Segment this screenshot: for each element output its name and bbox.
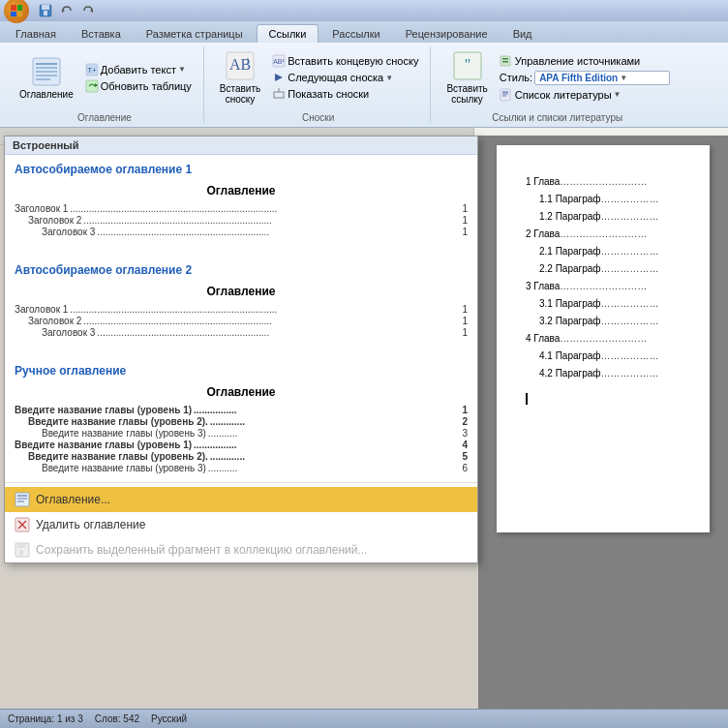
toc-settings-icon [15, 492, 30, 507]
word-count: Слов: 542 [95, 713, 139, 724]
svg-rect-31 [502, 61, 508, 63]
svg-rect-44 [17, 543, 25, 548]
tab-review[interactable]: Рецензирование [394, 25, 500, 43]
title-bar [0, 0, 728, 21]
document-page[interactable]: 1 Глава ……………………… 1.1 Параграф……………… 1.2… [497, 145, 710, 532]
svg-text:1: 1 [246, 56, 251, 66]
toc2-entry-1: Заголовок 1 ............................… [15, 304, 468, 315]
show-footnotes-label: Показать сноски [288, 88, 369, 100]
next-footnote-label: Следующая сноска [288, 72, 383, 83]
svg-rect-45 [19, 550, 23, 555]
toc1-entry-3: Заголовок 3 ............................… [42, 227, 468, 237]
manual-entry-2: Введите название главы (уровень 2). ....… [28, 416, 468, 427]
tab-mailings[interactable]: Рассылки [320, 25, 391, 43]
manual-toc-heading: Оглавление [15, 385, 468, 399]
auto-toc1-preview: Оглавление Заголовок 1 .................… [5, 180, 477, 242]
citations-group: " Вставить ссылку Управление источниками… [433, 46, 682, 123]
footnotes-group: AB 1 Вставить сноску AB¹ Вставить концев… [206, 46, 432, 123]
save-toc-icon [15, 542, 30, 558]
toc-col: T+ Добавить текст ▼ Обновить таблицу [81, 46, 196, 108]
manual-toc-preview: Оглавление Введите название главы (урове… [5, 381, 477, 478]
toc2-entry-2: Заголовок 2 ............................… [28, 316, 468, 326]
manage-sources-btn[interactable]: Управление источниками [496, 53, 674, 69]
redo-btn[interactable] [79, 2, 97, 19]
auto-toc1-title[interactable]: Автособираемое оглавление 1 [5, 155, 477, 180]
doc-entry-6: 2.2 Параграф……………… [539, 261, 681, 277]
tab-references[interactable]: Ссылки [257, 24, 319, 43]
add-text-label: Добавить текст [101, 64, 176, 76]
doc-entry-8: 3.1 Параграф……………… [539, 296, 681, 312]
bibliography-btn[interactable]: Список литературы ▼ [496, 87, 674, 103]
tab-page-layout[interactable]: Разметка страницы [135, 25, 255, 43]
manual-entry-1: Введите название главы (уровень 1) .....… [15, 405, 468, 415]
insert-endnote-label: Вставить концевую сноску [288, 55, 418, 67]
toc-dropdown-panel: Встроенный Автособираемое оглавление 1 О… [4, 136, 478, 563]
insert-endnote-btn[interactable]: AB¹ Вставить концевую сноску [268, 53, 422, 69]
add-text-arrow: ▼ [178, 65, 186, 74]
update-table-btn[interactable]: Обновить таблицу [81, 78, 196, 94]
manual-entry-3: Введите название главы (уровень 3) .....… [42, 428, 468, 439]
undo-btn[interactable] [58, 2, 76, 19]
doc-entry-12: 4.2 Параграф……………… [539, 366, 681, 381]
manual-entry-6: Введите название главы (уровень 3) .....… [42, 463, 468, 473]
dropdown-header: Встроенный [5, 136, 477, 155]
doc-entry-9: 3.2 Параграф……………… [539, 314, 681, 329]
bibliography-label: Список литературы [515, 89, 612, 101]
doc-entry-4: 2 Глава ……………………… [526, 227, 681, 242]
svg-rect-0 [11, 5, 16, 11]
toc-settings-item[interactable]: Оглавление... [5, 487, 477, 512]
bibliography-arrow: ▼ [614, 90, 622, 99]
svg-text:AB¹: AB¹ [273, 58, 285, 65]
ribbon-content: Оглавление T+ Добавить текст ▼ Обновить … [0, 43, 728, 128]
next-footnote-btn[interactable]: Следующая сноска ▼ [268, 70, 422, 85]
auto-toc2-title[interactable]: Автособираемое оглавление 2 [5, 256, 477, 281]
toc2-entry-3: Заголовок 3 ............................… [42, 327, 468, 338]
svg-rect-25 [274, 92, 284, 98]
toc-btn-label: Оглавление [19, 89, 74, 100]
toc1-entry-1: Заголовок 1 ............................… [15, 203, 468, 214]
style-dropdown[interactable]: APA Fifth Edition ▼ [534, 71, 670, 85]
svg-rect-30 [502, 58, 508, 60]
auto-toc2-heading: Оглавление [15, 285, 468, 298]
auto-toc1-heading: Оглавление [15, 184, 468, 197]
toc1-entry-2: Заголовок 2 ............................… [28, 215, 468, 226]
doc-entry-5: 2.1 Параграф……………… [539, 244, 681, 259]
toc-group: Оглавление T+ Добавить текст ▼ Обновить … [6, 46, 204, 123]
doc-entry-3: 1.2 Параграф……………… [539, 209, 681, 225]
svg-rect-36 [15, 493, 29, 506]
show-footnotes-btn[interactable]: Показать сноски [268, 86, 422, 102]
save-quick-btn[interactable] [37, 2, 54, 19]
svg-rect-32 [500, 89, 510, 101]
toc-button[interactable]: Оглавление [14, 46, 79, 108]
page-info: Страница: 1 из 3 [8, 713, 83, 724]
svg-rect-2 [11, 12, 16, 16]
tab-view[interactable]: Вид [501, 25, 544, 43]
insert-footnote-btn[interactable]: AB 1 Вставить сноску [214, 46, 266, 108]
office-button[interactable] [4, 0, 29, 23]
svg-rect-1 [17, 5, 22, 11]
manual-entry-5: Введите название главы (уровень 2). ....… [28, 451, 468, 462]
remove-toc-item[interactable]: Удалить оглавление [5, 512, 477, 537]
insert-citation-btn[interactable]: " Вставить ссылку [440, 46, 493, 108]
add-text-btn[interactable]: T+ Добавить текст ▼ [81, 62, 196, 77]
footnotes-col: AB¹ Вставить концевую сноску Следующая с… [268, 46, 422, 108]
citations-group-label: Ссылки и списки литературы [492, 110, 622, 123]
toc-group-label: Оглавление [77, 110, 132, 123]
svg-rect-3 [17, 12, 22, 16]
footnotes-group-label: Сноски [302, 110, 334, 123]
tab-home[interactable]: Главная [4, 25, 68, 43]
style-row: Стиль: APA Fifth Edition ▼ [496, 70, 674, 86]
style-dropdown-arrow: ▼ [620, 74, 627, 82]
svg-marker-24 [275, 74, 283, 81]
doc-entry-7: 3 Глава ……………………… [526, 279, 681, 294]
manual-toc-title[interactable]: Ручное оглавление [5, 356, 477, 381]
style-label: Стиль: [500, 72, 532, 83]
svg-text:": " [464, 56, 470, 73]
manage-sources-label: Управление источниками [515, 55, 640, 67]
insert-footnote-label: Вставить сноску [220, 83, 260, 105]
menu-divider [5, 482, 477, 483]
style-value: APA Fifth Edition [539, 73, 618, 83]
remove-toc-label: Удалить оглавление [36, 518, 145, 531]
tab-insert[interactable]: Вставка [70, 25, 133, 43]
svg-rect-6 [44, 11, 47, 15]
